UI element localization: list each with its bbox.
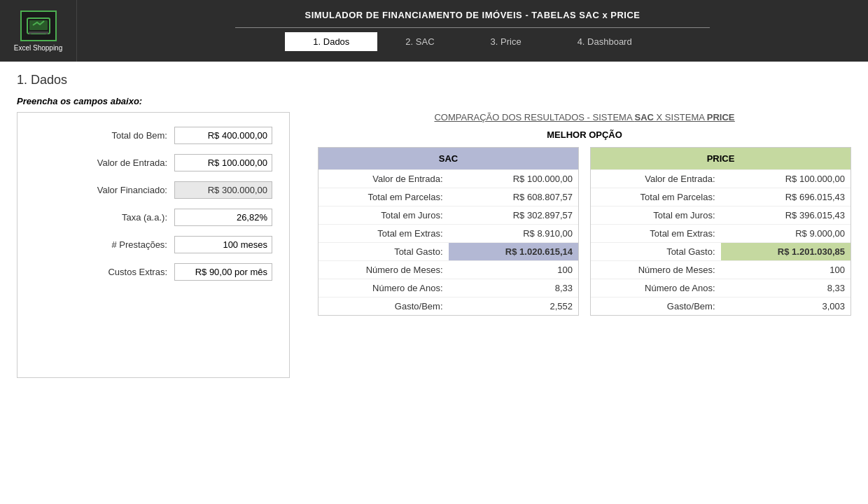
main-layout: Total do Bem: Valor de Entrada: Valor Fi… xyxy=(17,112,851,378)
header-right: SIMULADOR DE FINANCIAMENTO DE IMÓVEIS - … xyxy=(77,0,868,62)
sac-row-3: Total em Extras: R$ 8.910,00 xyxy=(318,224,578,242)
total-bem-label: Total do Bem: xyxy=(76,130,167,141)
sac-label-2: Total em Juros: xyxy=(318,206,449,224)
price-value-0: R$ 100.000,00 xyxy=(721,170,851,188)
price-label-total: Total Gasto: xyxy=(591,243,721,260)
sac-label-1: Total em Parcelas: xyxy=(318,188,449,206)
price-value-7: 3,003 xyxy=(721,298,851,315)
sac-row-total: Total Gasto: R$ 1.020.615,14 xyxy=(318,242,578,260)
total-bem-input[interactable] xyxy=(174,127,272,144)
price-value-1: R$ 696.015,43 xyxy=(721,188,851,206)
price-value-total: R$ 1.201.030,85 xyxy=(721,243,851,260)
sac-value-7: 2,552 xyxy=(449,298,579,315)
best-option-label: MELHOR OPÇÃO xyxy=(318,130,851,140)
comparison-title-text: COMPARAÇÃO DOS RESULTADOS - SISTEMA xyxy=(434,112,634,122)
tab-price[interactable]: 3. Price xyxy=(463,32,550,51)
form-row-total-bem: Total do Bem: xyxy=(34,127,272,144)
valor-entrada-input[interactable] xyxy=(174,154,272,172)
sac-value-5: 100 xyxy=(449,261,579,279)
price-label-1: Total em Parcelas: xyxy=(591,188,721,206)
price-row-1: Total em Parcelas: R$ 696.015,43 xyxy=(591,188,850,206)
sac-row-1: Total em Parcelas: R$ 608.807,57 xyxy=(318,188,578,206)
price-label-0: Valor de Entrada: xyxy=(591,170,721,188)
price-value-3: R$ 9.000,00 xyxy=(721,225,851,242)
price-label-7: Gasto/Bem: xyxy=(591,298,721,315)
taxa-label: Taxa (a.a.): xyxy=(76,212,167,223)
price-value-2: R$ 396.015,43 xyxy=(721,206,851,224)
sac-header: SAC xyxy=(318,148,578,169)
price-header: PRICE xyxy=(591,148,850,169)
page-content: 1. Dados Preencha os campos abaixo: Tota… xyxy=(0,62,868,389)
sac-value-2: R$ 302.897,57 xyxy=(449,206,579,224)
comparison-title: COMPARAÇÃO DOS RESULTADOS - SISTEMA SAC … xyxy=(318,112,851,122)
price-row-6: Número de Anos: 8,33 xyxy=(591,279,850,297)
sac-value-3: R$ 8.910,00 xyxy=(449,225,579,242)
sac-value-0: R$ 100.000,00 xyxy=(449,170,579,188)
sac-row-2: Total em Juros: R$ 302.897,57 xyxy=(318,206,578,224)
sac-value-6: 8,33 xyxy=(449,279,579,297)
price-row-3: Total em Extras: R$ 9.000,00 xyxy=(591,224,850,242)
price-word: PRICE xyxy=(707,112,735,122)
custos-extras-input[interactable] xyxy=(174,263,272,281)
sac-value-total: R$ 1.020.615,14 xyxy=(449,243,579,260)
sac-row-5: Número de Meses: 100 xyxy=(318,260,578,279)
valor-entrada-label: Valor de Entrada: xyxy=(76,158,167,168)
logo-icon xyxy=(20,10,57,41)
svg-rect-4 xyxy=(29,31,48,34)
sac-value-1: R$ 608.807,57 xyxy=(449,188,579,206)
price-row-2: Total em Juros: R$ 396.015,43 xyxy=(591,206,850,224)
price-row-total: Total Gasto: R$ 1.201.030,85 xyxy=(591,242,850,260)
form-instruction: Preencha os campos abaixo: xyxy=(17,96,851,106)
tab-dados[interactable]: 1. Dados xyxy=(285,32,377,51)
form-row-custos-extras: Custos Extras: xyxy=(34,263,272,281)
price-row-0: Valor de Entrada: R$ 100.000,00 xyxy=(591,169,850,188)
svg-rect-1 xyxy=(29,20,48,30)
page-title: 1. Dados xyxy=(17,73,851,88)
app-title: SIMULADOR DE FINANCIAMENTO DE IMÓVEIS - … xyxy=(305,0,640,27)
logo-text: Excel Shopping xyxy=(14,44,63,52)
logo-area: Excel Shopping xyxy=(0,0,77,62)
sac-label-7: Gasto/Bem: xyxy=(318,298,449,315)
price-label-5: Número de Meses: xyxy=(591,261,721,279)
sac-label-3: Total em Extras: xyxy=(318,225,449,242)
sac-label-total: Total Gasto: xyxy=(318,243,449,260)
sac-label-6: Número de Anos: xyxy=(318,279,449,297)
price-value-5: 100 xyxy=(721,261,851,279)
comparison-tables: SAC Valor de Entrada: R$ 100.000,00 Tota… xyxy=(318,147,851,316)
form-row-prestacoes: # Prestações: xyxy=(34,236,272,253)
price-label-3: Total em Extras: xyxy=(591,225,721,242)
valor-financiado-input[interactable] xyxy=(174,181,272,199)
sac-label-0: Valor de Entrada: xyxy=(318,170,449,188)
sac-row-7: Gasto/Bem: 2,552 xyxy=(318,297,578,315)
prestacoes-input[interactable] xyxy=(174,236,272,253)
sac-word: SAC xyxy=(635,112,654,122)
comparison-panel: COMPARAÇÃO DOS RESULTADOS - SISTEMA SAC … xyxy=(318,112,851,316)
price-table: PRICE Valor de Entrada: R$ 100.000,00 To… xyxy=(590,147,851,316)
form-row-valor-financiado: Valor Financiado: xyxy=(34,181,272,199)
tab-dashboard[interactable]: 4. Dashboard xyxy=(550,32,660,51)
header: Excel Shopping SIMULADOR DE FINANCIAMENT… xyxy=(0,0,868,62)
price-value-6: 8,33 xyxy=(721,279,851,297)
price-label-2: Total em Juros: xyxy=(591,206,721,224)
sac-table: SAC Valor de Entrada: R$ 100.000,00 Tota… xyxy=(318,147,579,316)
sac-row-6: Número de Anos: 8,33 xyxy=(318,279,578,297)
price-row-7: Gasto/Bem: 3,003 xyxy=(591,297,850,315)
form-panel: Total do Bem: Valor de Entrada: Valor Fi… xyxy=(17,112,290,378)
valor-financiado-label: Valor Financiado: xyxy=(76,185,167,195)
sac-label-5: Número de Meses: xyxy=(318,261,449,279)
custos-extras-label: Custos Extras: xyxy=(76,267,167,277)
price-row-5: Número de Meses: 100 xyxy=(591,260,850,279)
sac-row-0: Valor de Entrada: R$ 100.000,00 xyxy=(318,169,578,188)
x-text: X SISTEMA xyxy=(654,112,707,122)
price-label-6: Número de Anos: xyxy=(591,279,721,297)
taxa-input[interactable] xyxy=(174,209,272,226)
nav-tabs: 1. Dados 2. SAC 3. Price 4. Dashboard xyxy=(285,32,659,51)
tab-sac[interactable]: 2. SAC xyxy=(377,32,462,51)
form-row-taxa: Taxa (a.a.): xyxy=(34,209,272,226)
form-row-valor-entrada: Valor de Entrada: xyxy=(34,154,272,172)
prestacoes-label: # Prestações: xyxy=(76,239,167,250)
